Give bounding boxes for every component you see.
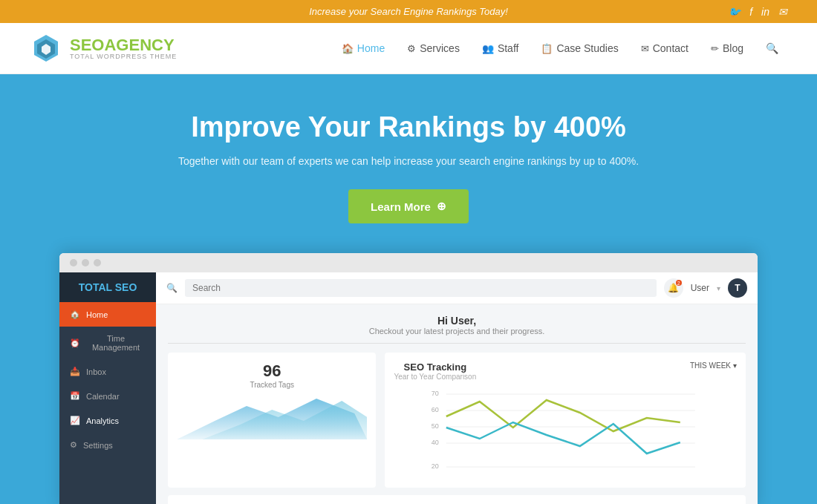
twitter-icon[interactable]: 🐦 bbox=[728, 6, 740, 18]
tracked-tags-widget: 96 Tracked Tags bbox=[168, 353, 376, 488]
widget-row-2: 1,204 Conversations 1,294 bbox=[168, 495, 746, 504]
dash-search-input[interactable] bbox=[185, 279, 657, 297]
notification-badge: 2 bbox=[676, 280, 682, 286]
nav-home[interactable]: 🏠 Home bbox=[333, 36, 394, 60]
browser-chrome bbox=[59, 253, 758, 272]
svg-text:40: 40 bbox=[432, 439, 439, 446]
dash-time-icon: ⏰ bbox=[70, 338, 80, 348]
seo-tracking-title: SEO Tracking bbox=[394, 361, 476, 373]
email-icon[interactable]: ✉ bbox=[778, 6, 787, 18]
browser-dot-1 bbox=[70, 259, 77, 266]
browser-dot-3 bbox=[94, 259, 101, 266]
learn-more-button[interactable]: Learn More ⊕ bbox=[348, 189, 469, 223]
logo-name: SEOAGENCY bbox=[70, 37, 177, 53]
dash-nav-inbox[interactable]: 📥 Inbox bbox=[59, 359, 156, 384]
main-navigation: 🏠 Home ⚙ Services 👥 Staff 📋 Case Studies… bbox=[333, 36, 787, 60]
cta-icon: ⊕ bbox=[437, 200, 446, 213]
banner-text: Increase your Search Engine Rankings Tod… bbox=[309, 6, 508, 17]
dash-sidebar-header: TOTAL SEO bbox=[59, 272, 156, 302]
services-icon: ⚙ bbox=[407, 43, 416, 54]
tracked-tags-label: Tracked Tags bbox=[177, 381, 367, 389]
svg-text:70: 70 bbox=[432, 390, 439, 397]
tracked-tags-number: 96 bbox=[177, 361, 367, 381]
period-chevron: ▾ bbox=[733, 361, 737, 370]
dash-calendar-icon: 📅 bbox=[70, 391, 80, 401]
seo-line-chart: 70 60 50 40 20 bbox=[394, 387, 737, 476]
seo-tracking-header: SEO Tracking Year to Year Comparison THI… bbox=[394, 361, 737, 381]
staff-icon: 👥 bbox=[482, 43, 494, 54]
dash-nav-calendar[interactable]: 📅 Calendar bbox=[59, 384, 156, 408]
user-label: User bbox=[691, 283, 709, 293]
browser-dot-2 bbox=[82, 259, 89, 266]
dash-nav-home[interactable]: 🏠 Home bbox=[59, 302, 156, 327]
blog-icon: ✏ bbox=[711, 43, 719, 54]
nav-blog[interactable]: ✏ Blog bbox=[702, 36, 752, 60]
nav-staff[interactable]: 👥 Staff bbox=[473, 36, 528, 60]
conversations-widget: 1,204 Conversations 1,294 bbox=[168, 495, 746, 504]
dashboard-body: TOTAL SEO 🏠 Home ⏰ Time Management 📥 Inb… bbox=[59, 272, 758, 504]
user-avatar[interactable]: T bbox=[728, 278, 747, 298]
contact-icon: ✉ bbox=[641, 43, 649, 54]
logo-tagline: TOTAL WORDPRESS THEME bbox=[70, 53, 177, 60]
greeting-sub: Checkout your latest projects and their … bbox=[168, 327, 746, 344]
facebook-icon[interactable]: f bbox=[749, 6, 752, 18]
seo-tracking-widget: SEO Tracking Year to Year Comparison THI… bbox=[385, 353, 746, 488]
greeting: Hi User, bbox=[168, 315, 746, 327]
dash-analytics-icon: 📈 bbox=[70, 416, 80, 425]
dash-home-icon: 🏠 bbox=[70, 310, 80, 319]
case-studies-icon: 📋 bbox=[541, 43, 553, 54]
nav-contact[interactable]: ✉ Contact bbox=[632, 36, 697, 60]
dash-nav-settings[interactable]: ⚙ Settings bbox=[59, 433, 156, 457]
topbar-right: 🔔 2 User ▾ T bbox=[664, 278, 747, 298]
search-trigger[interactable]: 🔍 bbox=[757, 36, 787, 60]
notification-bell[interactable]: 🔔 2 bbox=[664, 278, 683, 298]
nav-services[interactable]: ⚙ Services bbox=[398, 36, 469, 60]
logo[interactable]: SEOAGENCY TOTAL WORDPRESS THEME bbox=[30, 32, 177, 65]
search-icon: 🔍 bbox=[166, 283, 178, 293]
top-banner: Increase your Search Engine Rankings Tod… bbox=[0, 0, 817, 23]
dash-sidebar: TOTAL SEO 🏠 Home ⏰ Time Management 📥 Inb… bbox=[59, 272, 156, 504]
site-header: SEOAGENCY TOTAL WORDPRESS THEME 🏠 Home ⚙… bbox=[0, 23, 817, 74]
dashboard-preview: TOTAL SEO 🏠 Home ⏰ Time Management 📥 Inb… bbox=[59, 253, 758, 504]
period-selector[interactable]: THIS WEEK ▾ bbox=[690, 361, 737, 370]
dash-content: Hi User, Checkout your latest projects a… bbox=[156, 304, 758, 504]
home-icon: 🏠 bbox=[342, 43, 354, 54]
mountain-chart bbox=[177, 395, 367, 439]
dash-settings-icon: ⚙ bbox=[70, 440, 77, 450]
hero-subtitle: Together with our team of experts we can… bbox=[0, 155, 817, 167]
dash-topbar: 🔍 🔔 2 User ▾ T bbox=[156, 272, 758, 304]
svg-text:60: 60 bbox=[432, 406, 439, 413]
dash-nav-analytics[interactable]: 📈 Analytics bbox=[59, 408, 156, 433]
svg-text:50: 50 bbox=[432, 422, 439, 430]
svg-text:20: 20 bbox=[432, 462, 439, 470]
hero-section: Improve Your Rankings by 400% Together w… bbox=[0, 74, 817, 504]
dash-inbox-icon: 📥 bbox=[70, 367, 80, 376]
widget-row: 96 Tracked Tags bbox=[168, 353, 746, 488]
nav-case-studies[interactable]: 📋 Case Studies bbox=[532, 36, 627, 60]
social-links: 🐦 f in ✉ bbox=[728, 6, 787, 18]
hero-title: Improve Your Rankings by 400% bbox=[0, 111, 817, 143]
dash-nav-time[interactable]: ⏰ Time Management bbox=[59, 327, 156, 359]
linkedin-icon[interactable]: in bbox=[761, 6, 769, 18]
seo-tracking-sub: Year to Year Comparison bbox=[394, 373, 476, 381]
user-dropdown-arrow[interactable]: ▾ bbox=[717, 284, 720, 292]
dash-main-area: 🔍 🔔 2 User ▾ T Hi User, Che bbox=[156, 272, 758, 504]
